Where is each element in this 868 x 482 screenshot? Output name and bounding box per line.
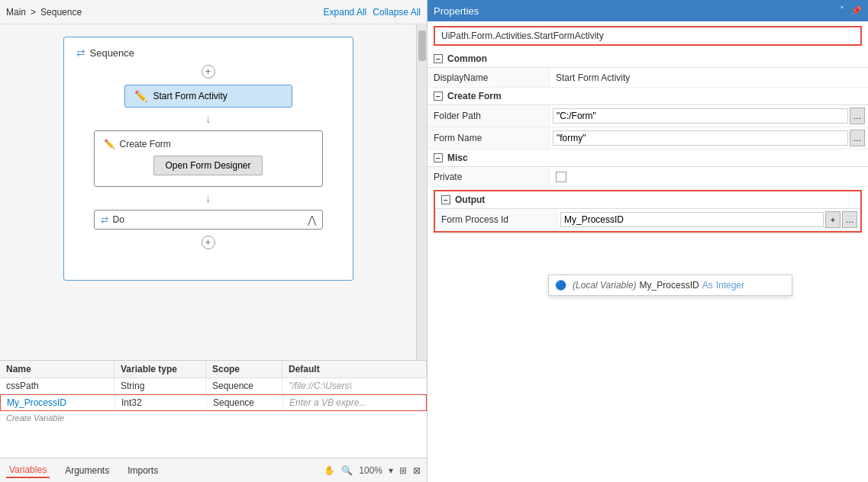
form-process-id-row: Form Process Id + … [435,209,860,231]
common-expand-button[interactable]: − [434,54,443,63]
hand-tool-icon[interactable]: ✋ [324,465,335,476]
open-form-designer-button[interactable]: Open Form Designer [153,156,262,175]
left-panel: Main > Sequence Expand All Collapse All … [0,0,428,482]
create-form-section: − Create Form Folder Path … Form Name … [428,88,868,149]
autocomplete-icon: 🔵 [555,280,566,291]
vertical-scrollbar[interactable] [416,24,427,360]
misc-label: Misc [447,153,468,163]
do-block: ⇄ Do ⋀ [94,210,323,230]
do-label: Do [113,214,124,225]
start-form-activity-block[interactable]: ✏️ Start Form Activity [124,85,292,108]
folder-path-value-container: … [550,105,868,127]
scroll-thumb[interactable] [418,31,426,61]
form-name-input[interactable] [553,130,848,146]
output-expand-button[interactable]: − [441,195,450,204]
expand-icon[interactable]: ⊠ [413,465,421,476]
top-bar: Main > Sequence Expand All Collapse All [0,0,427,24]
properties-header-icons: ˅ 📌 [840,5,862,16]
workflow-area: ⇄ Sequence + ✏️ Start Form Activity ↓ ✏️ [0,24,427,360]
create-variable-row[interactable]: Create Variable [0,411,427,425]
workflow-content: ⇄ Sequence + ✏️ Start Form Activity ↓ ✏️ [0,24,416,360]
private-row: Private [428,167,868,187]
variable-row-1: cssPath String Sequence "/file://C:\User… [0,378,427,394]
add-activity-top-button[interactable]: + [202,65,215,79]
autocomplete-as-keyword: As [702,280,713,291]
var-default-2[interactable]: Enter a VB expre... [283,395,426,410]
tab-variables[interactable]: Variables [6,463,50,478]
form-process-id-browse-button[interactable]: … [842,211,857,228]
autocomplete-text: (Local Variable) My_ProcessID As Integer [573,280,744,291]
var-type-2[interactable]: Int32 [115,395,207,410]
form-name-row: Form Name … [428,127,868,149]
add-activity-bottom-button[interactable]: + [202,236,215,249]
zoom-label: 100% [359,465,382,476]
var-header-scope: Scope [206,361,282,378]
var-tools: ✋ 🔍 100% ▾ ⊞ ⊠ [324,465,421,476]
var-header-default: Default [282,361,427,378]
common-label: Common [447,53,487,64]
var-scope-1[interactable]: Sequence [206,378,282,394]
start-form-icon: ✏️ [134,90,147,102]
sequence-header: ⇄ Sequence [70,43,141,62]
folder-path-row: Folder Path … [428,105,868,127]
pin-icon[interactable]: 📌 [850,5,862,16]
output-label: Output [455,194,485,205]
breadcrumb-main[interactable]: Main [6,7,26,18]
variables-panel: Name Variable type Scope Default cssPath… [0,360,427,482]
zoom-dropdown-icon[interactable]: ▾ [389,465,393,476]
common-section-header: − Common [428,50,868,68]
chevron-icon[interactable]: ˅ [840,5,844,16]
create-form-header: ✏️ Create Form [101,137,174,151]
form-process-id-label: Form Process Id [435,209,557,230]
var-name-1[interactable]: cssPath [0,378,115,394]
breadcrumb: Main > Sequence [6,7,82,18]
form-process-id-value-container: + … [557,209,860,230]
folder-path-browse-button[interactable]: … [850,108,865,124]
activity-type-box: UiPath.Form.Activities.StartFormActivity [434,26,862,46]
fit-icon[interactable]: ⊞ [399,465,407,476]
collapse-all-button[interactable]: Collapse All [373,7,421,18]
create-form-expand-button[interactable]: − [434,92,443,101]
do-collapse-icon[interactable]: ⋀ [308,214,316,226]
variables-header-row: Name Variable type Scope Default [0,361,427,378]
search-tool-icon[interactable]: 🔍 [341,465,353,476]
sequence-label: Sequence [90,47,135,59]
folder-path-input[interactable] [553,108,848,124]
output-section-header: − Output [435,191,860,209]
do-icon: ⇄ [101,214,108,225]
expand-all-button[interactable]: Expand All [324,7,367,18]
common-section: − Common DisplayName Start Form Activity [428,50,868,88]
var-default-1[interactable]: "/file://C:\Users\ [282,378,427,394]
properties-panel: Properties ˅ 📌 UiPath.Form.Activities.St… [428,0,868,482]
sequence-icon: ⇄ [76,47,86,59]
autocomplete-dropdown[interactable]: 🔵 (Local Variable) My_ProcessID As Integ… [548,275,792,296]
variable-row-2: My_ProcessID Int32 Sequence Enter a VB e… [0,394,427,411]
var-type-1[interactable]: String [115,378,206,394]
properties-title: Properties [434,5,479,17]
var-header-type: Variable type [115,361,206,378]
folder-path-label: Folder Path [428,105,550,127]
private-value [550,167,868,186]
breadcrumb-sequence[interactable]: Sequence [40,7,82,18]
create-form-block: ✏️ Create Form Open Form Designer [94,130,323,187]
form-name-browse-button[interactable]: … [850,130,865,146]
form-process-id-plus-button[interactable]: + [825,211,841,228]
breadcrumb-separator: > [31,7,36,18]
properties-header: Properties ˅ 📌 [428,0,868,21]
tab-imports[interactable]: Imports [124,464,161,477]
form-name-value-container: … [550,127,868,149]
display-name-value: Start Form Activity [550,68,868,87]
private-checkbox[interactable] [556,172,566,182]
var-name-2[interactable]: My_ProcessID [1,395,115,410]
form-process-id-input[interactable] [560,212,824,227]
private-label: Private [428,167,550,186]
create-form-section-header: − Create Form [428,88,868,105]
create-form-section-label: Create Form [447,91,502,101]
misc-section-header: − Misc [428,149,868,167]
do-header: ⇄ Do ⋀ [101,214,316,226]
form-name-label: Form Name [428,127,550,149]
misc-expand-button[interactable]: − [434,153,443,162]
var-scope-2[interactable]: Sequence [207,395,283,410]
tab-arguments[interactable]: Arguments [62,464,112,477]
misc-section: − Misc Private [428,149,868,187]
